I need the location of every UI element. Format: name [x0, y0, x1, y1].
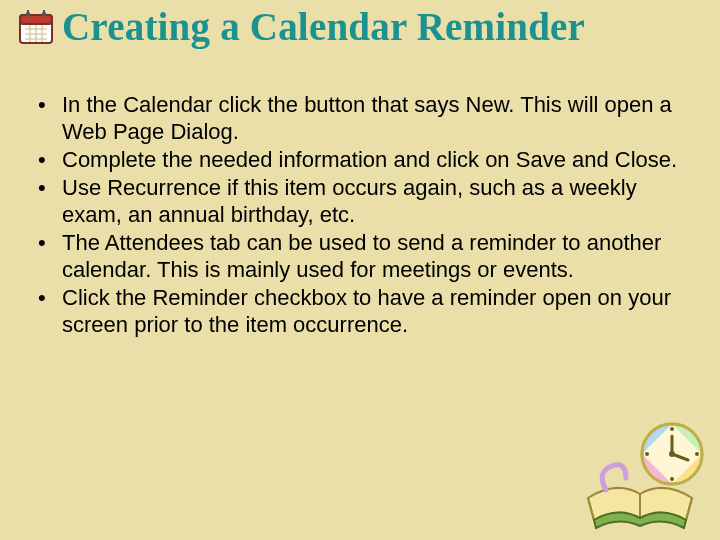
- list-item: Complete the needed information and clic…: [26, 146, 696, 173]
- list-item: Click the Reminder checkbox to have a re…: [26, 284, 696, 338]
- list-item: In the Calendar click the button that sa…: [26, 91, 696, 145]
- bullet-list: In the Calendar click the button that sa…: [26, 91, 696, 338]
- slide-body: In the Calendar click the button that sa…: [0, 49, 720, 338]
- list-item: Use Recurrence if this item occurs again…: [26, 174, 696, 228]
- svg-rect-1: [20, 15, 52, 24]
- title-row: Creating a Calendar Reminder: [0, 0, 720, 49]
- svg-point-17: [670, 427, 674, 431]
- svg-point-20: [645, 452, 649, 456]
- slide-title: Creating a Calendar Reminder: [62, 4, 585, 49]
- svg-point-18: [695, 452, 699, 456]
- svg-point-19: [670, 477, 674, 481]
- clock-book-clipart-icon: [576, 402, 706, 532]
- list-item: The Attendees tab can be used to send a …: [26, 229, 696, 283]
- slide: Creating a Calendar Reminder In the Cale…: [0, 0, 720, 540]
- calendar-icon: [16, 7, 56, 47]
